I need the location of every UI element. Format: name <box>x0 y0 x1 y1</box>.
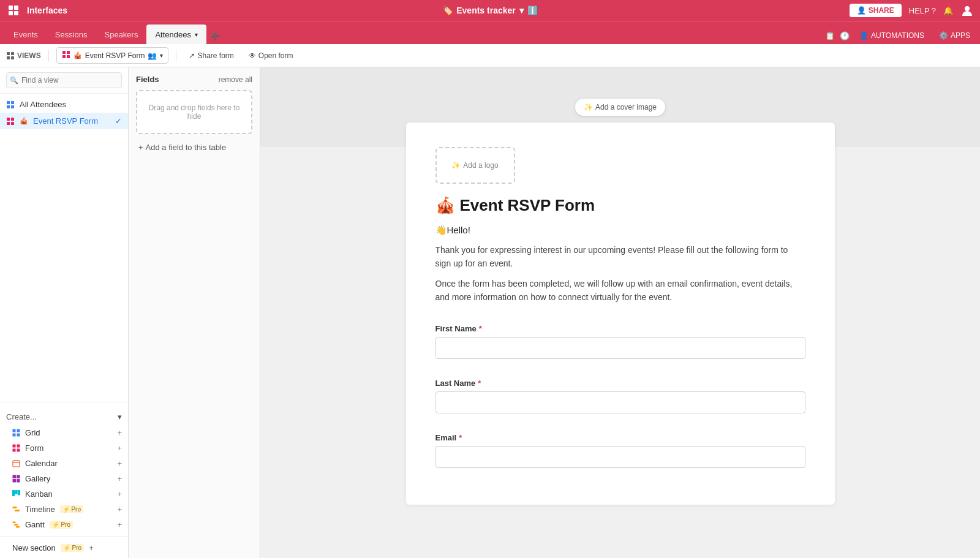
form-canvas: ✨ Add a cover image ✨ Add a logo 🎪 Event… <box>260 67 980 558</box>
share-button[interactable]: 👤 SHARE <box>850 4 902 17</box>
create-header[interactable]: Create... ▾ <box>0 409 128 425</box>
svg-rect-12 <box>67 55 70 58</box>
email-input[interactable] <box>435 446 805 468</box>
last-name-required-star: * <box>478 379 481 388</box>
create-timeline-plus-icon[interactable]: + <box>117 505 122 514</box>
last-name-field-section: Last Name * <box>435 379 805 413</box>
svg-rect-19 <box>7 122 10 125</box>
sidebar-search-area: 🔍 <box>0 67 128 94</box>
view-form-icon <box>62 50 70 61</box>
tab-attendees-dropdown-icon[interactable]: ▾ <box>195 31 198 38</box>
sidebar-create-section: Create... ▾ Grid + Form + Calendar + Gal… <box>0 406 128 558</box>
share-form-icon: ↗ <box>189 51 195 60</box>
automations-button[interactable]: 👤 AUTOMATIONS <box>854 29 929 42</box>
remove-all-button[interactable]: remove all <box>219 75 252 84</box>
first-name-input[interactable] <box>435 337 805 359</box>
create-calendar[interactable]: Calendar + <box>0 456 128 471</box>
views-toolbar: VIEWS 🎪 Event RSVP Form 👥 ▾ ↗ Share form… <box>0 44 980 67</box>
svg-rect-40 <box>13 507 17 508</box>
svg-rect-20 <box>11 122 14 125</box>
tab-events[interactable]: Events <box>5 25 47 44</box>
create-gantt[interactable]: Gantt ⚡ Pro + <box>0 517 128 532</box>
svg-rect-18 <box>11 118 14 121</box>
apps-button[interactable]: ⚙️ APPS <box>934 29 975 42</box>
logo-sparkle-icon: ✨ <box>451 161 461 170</box>
create-grid-plus-icon[interactable]: + <box>117 428 122 437</box>
sidebar-item-event-rsvp-form[interactable]: 🎪 Event RSVP Form ✓ <box>0 113 128 129</box>
create-kanban-label: Kanban <box>25 489 53 499</box>
create-form[interactable]: Form + <box>0 440 128 456</box>
create-grid[interactable]: Grid + <box>0 425 128 440</box>
project-dropdown-icon[interactable]: ▾ <box>519 6 524 15</box>
svg-rect-43 <box>14 524 18 526</box>
create-kanban-plus-icon[interactable]: + <box>117 489 122 499</box>
svg-rect-13 <box>7 101 10 104</box>
clock-icon[interactable]: 🕐 <box>840 31 850 40</box>
open-form-button[interactable]: 👁 Open form <box>244 49 298 62</box>
help-button[interactable]: HELP ? <box>909 6 936 15</box>
first-name-required-star: * <box>479 324 482 333</box>
search-input[interactable] <box>6 72 122 88</box>
svg-rect-44 <box>16 526 20 528</box>
add-tab-button[interactable]: ➕ <box>206 28 224 44</box>
create-timeline[interactable]: Timeline ⚡ Pro + <box>0 502 128 517</box>
create-form-plus-icon[interactable]: + <box>117 443 122 453</box>
top-navbar: Interfaces 🏷️ Events tracker ▾ ℹ️ 👤 SHAR… <box>0 0 980 21</box>
svg-rect-6 <box>11 52 14 55</box>
svg-rect-0 <box>9 6 13 10</box>
svg-rect-26 <box>17 445 20 448</box>
tab-attendees[interactable]: Attendees ▾ <box>146 25 206 44</box>
svg-rect-39 <box>18 491 20 496</box>
add-field-button[interactable]: + Add a field to this table <box>136 140 252 154</box>
active-check-icon: ✓ <box>115 116 122 126</box>
add-field-plus-icon: + <box>138 143 143 152</box>
toolbar-separator-1 <box>48 50 49 62</box>
current-view-label: Event RSVP Form <box>85 51 145 60</box>
last-name-input[interactable] <box>435 391 805 413</box>
fields-title: Fields <box>136 75 159 84</box>
sidebar-item-all-attendees[interactable]: All Attendees <box>0 96 128 113</box>
open-form-icon: 👁 <box>249 51 256 60</box>
new-section-plus-icon[interactable]: + <box>89 543 94 552</box>
create-kanban[interactable]: Kanban + <box>0 486 128 502</box>
drag-drop-text: Drag and drop fields here to hide <box>149 104 240 121</box>
email-label: Email * <box>435 433 805 442</box>
project-info-icon[interactable]: ℹ️ <box>527 6 538 15</box>
view-dropdown-icon[interactable]: ▾ <box>160 52 163 59</box>
apps-icon: ⚙️ <box>939 31 948 40</box>
svg-rect-37 <box>13 491 15 496</box>
create-gantt-label: Gantt <box>25 520 45 529</box>
tab-speakers[interactable]: Speakers <box>96 25 147 44</box>
fields-panel: Fields remove all Drag and drop fields h… <box>129 67 260 558</box>
svg-rect-36 <box>17 479 20 483</box>
clipboard-icon[interactable]: 📋 <box>825 31 835 40</box>
svg-rect-5 <box>7 52 10 55</box>
add-cover-button[interactable]: ✨ Add a cover image <box>575 99 665 116</box>
create-calendar-plus-icon[interactable]: + <box>117 459 122 468</box>
tab-sessions[interactable]: Sessions <box>47 25 96 44</box>
form-title-text: Event RSVP Form <box>460 196 595 215</box>
form-description-2: Once the form has been completed, we wil… <box>435 277 805 304</box>
all-attendees-label: All Attendees <box>20 100 66 109</box>
svg-rect-29 <box>13 461 20 467</box>
project-tag-icon: 🏷️ <box>442 6 453 15</box>
notifications-button[interactable]: 🔔 <box>943 6 953 15</box>
add-logo-area[interactable]: ✨ Add a logo <box>435 147 515 184</box>
first-name-label: First Name * <box>435 324 805 333</box>
user-button[interactable] <box>960 4 974 17</box>
svg-rect-16 <box>11 105 14 108</box>
toolbar-separator-2 <box>176 50 176 62</box>
event-rsvp-form-label: Event RSVP Form <box>33 116 98 126</box>
svg-rect-21 <box>13 429 16 432</box>
create-gantt-plus-icon[interactable]: + <box>117 520 122 529</box>
new-section-item[interactable]: New section ⚡ Pro + <box>0 540 128 556</box>
svg-rect-28 <box>17 449 20 452</box>
share-person-icon: 👤 <box>857 6 866 15</box>
current-view-button[interactable]: 🎪 Event RSVP Form 👥 ▾ <box>56 47 169 64</box>
form-title-icon: 🎪 <box>435 196 455 215</box>
share-form-button[interactable]: ↗ Share form <box>184 49 238 62</box>
svg-rect-9 <box>62 51 66 54</box>
create-gallery-plus-icon[interactable]: + <box>117 474 122 483</box>
app-logo[interactable] <box>6 3 21 18</box>
create-gallery[interactable]: Gallery + <box>0 471 128 486</box>
